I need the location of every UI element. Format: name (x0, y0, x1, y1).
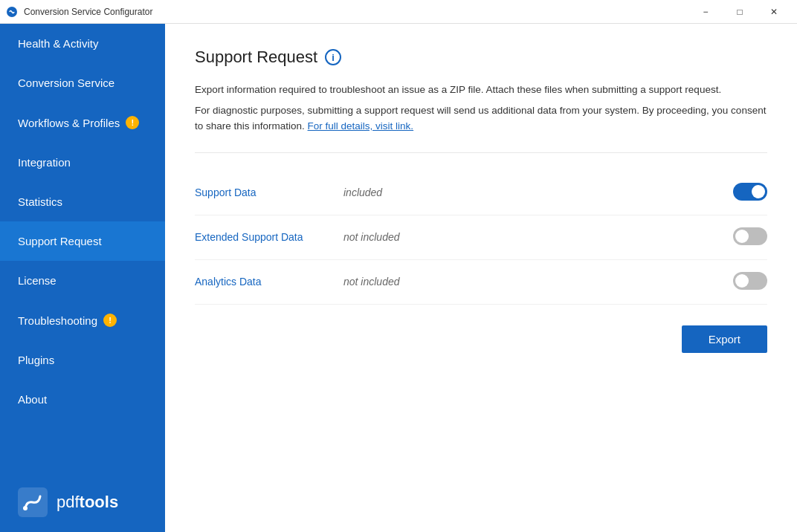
sidebar-item-label: Integration (18, 156, 71, 169)
minimize-button[interactable]: − (688, 0, 723, 24)
extended-support-status: not included (343, 231, 733, 243)
description-line1: Export information required to troublesh… (195, 82, 767, 98)
sidebar-item-label: Conversion Service (18, 77, 114, 89)
page-title-row: Support Request i (195, 48, 767, 67)
sidebar-item-label: Support Request (18, 235, 102, 247)
export-button[interactable]: Export (682, 325, 767, 353)
toggle-row-analytics: Analytics Data not included (195, 260, 767, 305)
sidebar-nav: Health & Activity Conversion Service Wor… (0, 24, 165, 473)
analytics-toggle[interactable] (733, 272, 767, 292)
sidebar-item-integration[interactable]: Integration (0, 143, 165, 182)
toggle-on-indicator (733, 183, 767, 201)
support-data-toggle[interactable] (733, 183, 767, 203)
sidebar-item-about[interactable]: About (0, 380, 165, 419)
toggle-row-extended-support: Extended Support Data not included (195, 215, 767, 260)
sidebar-item-label: Workflows & Profiles (18, 117, 120, 129)
sidebar-item-label: Troubleshooting (18, 314, 97, 327)
info-icon: i (325, 49, 341, 65)
analytics-status: not included (343, 276, 733, 288)
page-title-text: Support Request (195, 48, 317, 67)
description-text2: For diagnostic purposes, submitting a su… (195, 105, 766, 132)
toggle-off-indicator (733, 227, 767, 245)
sidebar-item-conversion-service[interactable]: Conversion Service (0, 63, 165, 103)
warning-icon: ! (126, 116, 139, 129)
svg-point-2 (23, 506, 28, 510)
sidebar-item-label: Health & Activity (18, 37, 98, 50)
divider (195, 152, 767, 153)
main-content: Support Request i Export information req… (165, 24, 797, 532)
app-body: Health & Activity Conversion Service Wor… (0, 24, 797, 532)
sidebar-item-statistics[interactable]: Statistics (0, 182, 165, 221)
sidebar-item-label: Statistics (18, 195, 62, 208)
warning-icon: ! (103, 314, 117, 327)
sidebar-item-support-request[interactable]: Support Request (0, 221, 165, 261)
app-title: Conversion Service Configurator (24, 7, 152, 17)
sidebar-item-license[interactable]: License (0, 261, 165, 300)
extended-support-toggle[interactable] (733, 227, 767, 247)
details-link[interactable]: For full details, visit link. (308, 120, 414, 132)
support-data-label: Support Data (195, 186, 343, 198)
titlebar-left: Conversion Service Configurator (6, 6, 152, 18)
sidebar: Health & Activity Conversion Service Wor… (0, 24, 165, 532)
sidebar-item-label: License (18, 274, 57, 287)
sidebar-footer: pdftools (0, 473, 165, 532)
sidebar-item-plugins[interactable]: Plugins (0, 340, 165, 380)
pdftools-logo-text: pdftools (57, 493, 118, 512)
extended-support-label: Extended Support Data (195, 231, 343, 243)
pdftools-logo-icon (18, 487, 48, 517)
support-data-status: included (343, 186, 733, 198)
sidebar-item-troubleshooting[interactable]: Troubleshooting ! (0, 300, 165, 340)
sidebar-item-health-activity[interactable]: Health & Activity (0, 24, 165, 63)
app-icon (6, 6, 18, 18)
close-button[interactable]: ✕ (757, 0, 791, 24)
window-controls: − □ ✕ (688, 0, 791, 24)
logo-light: pdf (57, 493, 80, 511)
maximize-button[interactable]: □ (723, 0, 757, 24)
logo-bold: tools (80, 493, 119, 511)
sidebar-item-label: About (18, 393, 47, 406)
titlebar: Conversion Service Configurator − □ ✕ (0, 0, 797, 24)
analytics-label: Analytics Data (195, 276, 343, 288)
toggle-row-support-data: Support Data included (195, 171, 767, 215)
sidebar-item-label: Plugins (18, 354, 54, 366)
export-row: Export (195, 325, 767, 353)
description-line2: For diagnostic purposes, submitting a su… (195, 103, 767, 134)
sidebar-item-workflows-profiles[interactable]: Workflows & Profiles ! (0, 103, 165, 143)
toggle-off-indicator (733, 272, 767, 290)
